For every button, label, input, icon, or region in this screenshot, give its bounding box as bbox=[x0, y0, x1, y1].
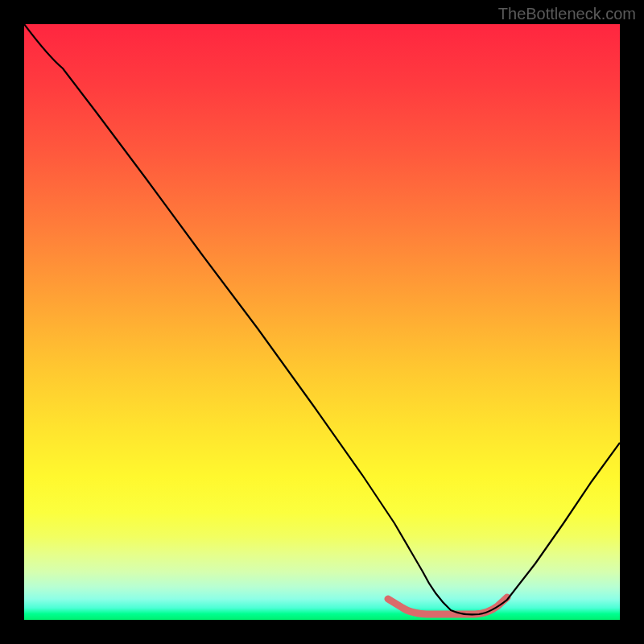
watermark-text: TheBottleneck.com bbox=[498, 5, 636, 23]
plot-area bbox=[24, 24, 620, 620]
curve-svg bbox=[24, 24, 620, 620]
bottleneck-curve bbox=[24, 24, 620, 614]
chart-container: TheBottleneck.com bbox=[0, 0, 644, 644]
